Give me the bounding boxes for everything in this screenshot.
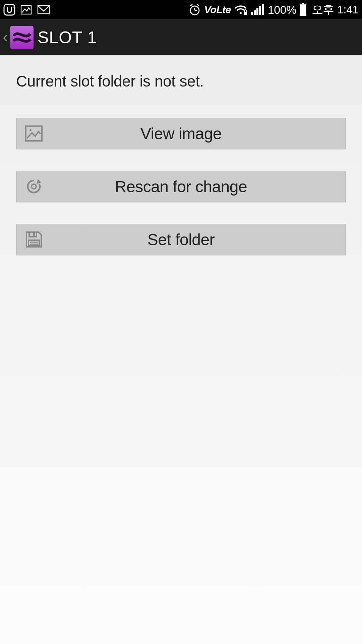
svg-rect-11 — [251, 12, 253, 15]
signal-icon — [250, 4, 264, 16]
gallery-status-icon — [20, 4, 32, 16]
gmail-status-icon — [37, 4, 50, 16]
svg-rect-17 — [300, 4, 306, 16]
svg-line-8 — [197, 4, 199, 6]
image-icon — [24, 123, 44, 144]
rescan-button[interactable]: Rescan for change — [16, 171, 346, 202]
battery-percent: 100% — [268, 3, 296, 16]
status-bar: + VoLte — [0, 0, 362, 19]
rescan-label: Rescan for change — [44, 177, 346, 196]
clock: 오후 1:41 — [312, 2, 359, 17]
svg-marker-22 — [37, 179, 41, 184]
app-logo-icon[interactable] — [10, 26, 34, 49]
app-bar: ‹ SLOT 1 — [0, 19, 362, 55]
status-bar-left: + — [3, 4, 50, 16]
battery-icon — [299, 3, 307, 16]
svg-text:+: + — [12, 5, 14, 9]
volte-indicator: VoLte — [204, 4, 231, 15]
svg-rect-27 — [28, 240, 39, 246]
back-button[interactable]: ‹ — [2, 29, 9, 46]
svg-rect-15 — [262, 4, 264, 15]
svg-point-23 — [32, 184, 36, 189]
svg-rect-10 — [244, 12, 247, 15]
slot-status-message: Current slot folder is not set. — [16, 72, 346, 90]
svg-rect-25 — [29, 232, 37, 237]
svg-rect-26 — [33, 233, 35, 236]
svg-point-21 — [29, 129, 32, 131]
set-folder-button[interactable]: Set folder — [16, 224, 346, 255]
main-content: Current slot folder is not set. View ima… — [0, 55, 362, 255]
view-image-button[interactable]: View image — [16, 118, 346, 149]
view-image-label: View image — [44, 124, 346, 143]
svg-rect-12 — [254, 10, 256, 15]
save-icon — [24, 229, 44, 250]
svg-line-7 — [190, 4, 192, 6]
rescan-icon — [24, 176, 44, 197]
svg-rect-13 — [256, 8, 258, 15]
carrier-icon: + — [3, 4, 15, 16]
svg-point-9 — [240, 12, 242, 14]
svg-rect-16 — [302, 3, 304, 4]
svg-rect-14 — [259, 6, 261, 15]
svg-marker-19 — [28, 38, 32, 42]
alarm-icon — [188, 3, 201, 16]
status-bar-right: VoLte 100% 오 — [188, 2, 359, 17]
svg-marker-18 — [28, 33, 32, 37]
app-bar-title: SLOT 1 — [38, 28, 97, 47]
wifi-lock-icon — [234, 4, 248, 16]
set-folder-label: Set folder — [44, 230, 346, 249]
